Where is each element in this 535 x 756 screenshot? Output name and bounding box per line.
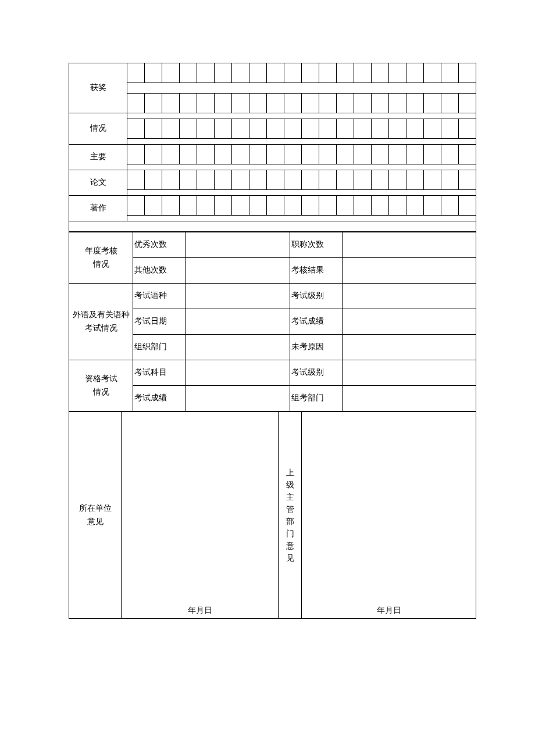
cell — [232, 145, 249, 164]
wide-row — [127, 139, 476, 145]
wide-row — [127, 190, 476, 196]
cell — [406, 170, 424, 190]
language-label: 外语及有关语种 考试情况 — [69, 284, 133, 360]
wide-row — [127, 113, 476, 119]
wide-row — [127, 216, 476, 221]
qual-score-value — [186, 386, 290, 411]
assessment-result-label: 考核结果 — [290, 258, 343, 284]
cell — [389, 119, 406, 139]
cell — [197, 94, 215, 113]
superior-opinion-label: 上 级 主 管 部 门 意 见 — [279, 412, 302, 619]
cell — [197, 170, 215, 190]
cell — [354, 145, 372, 164]
superior-date: 年月日 — [302, 598, 476, 619]
cell — [215, 170, 232, 190]
cell — [372, 196, 389, 216]
cell — [267, 63, 284, 83]
cell — [424, 63, 441, 83]
cell — [162, 119, 180, 139]
cell — [302, 94, 319, 113]
excellent-count-value — [186, 232, 290, 258]
cell — [162, 170, 180, 190]
cell — [424, 119, 441, 139]
papers-label-3: 著作 — [69, 196, 127, 221]
cell — [145, 145, 162, 164]
cell — [302, 196, 319, 216]
other-count-value — [186, 258, 290, 284]
cell — [127, 196, 145, 216]
qual-subject-value — [186, 360, 290, 386]
cell — [354, 196, 372, 216]
cell — [424, 145, 441, 164]
cell — [354, 119, 372, 139]
cell — [180, 63, 197, 83]
cell — [232, 170, 249, 190]
cell — [459, 145, 476, 164]
awards-table: 获奖 情况 主要 论文 著作 — [69, 63, 476, 232]
lang-score-label: 考试成绩 — [290, 309, 343, 335]
unit-date: 年月日 — [122, 598, 279, 619]
cell — [389, 196, 406, 216]
wide-row — [127, 164, 476, 170]
papers-label-1: 主要 — [69, 145, 127, 170]
cell — [284, 63, 302, 83]
cell — [284, 94, 302, 113]
qual-level-value — [343, 360, 476, 386]
cell — [215, 63, 232, 83]
cell — [459, 63, 476, 83]
qual-subject-label: 考试科目 — [133, 360, 186, 386]
cell — [162, 94, 180, 113]
cell — [180, 170, 197, 190]
cell — [389, 145, 406, 164]
cell — [389, 170, 406, 190]
cell — [389, 94, 406, 113]
cell — [372, 94, 389, 113]
cell — [232, 94, 249, 113]
cell — [337, 196, 354, 216]
cell — [406, 145, 424, 164]
cell — [180, 119, 197, 139]
cell — [284, 170, 302, 190]
cell — [372, 170, 389, 190]
cell — [145, 94, 162, 113]
cell — [267, 196, 284, 216]
cell — [127, 145, 145, 164]
wide-row — [127, 83, 476, 94]
cell — [372, 119, 389, 139]
cell — [249, 170, 267, 190]
cell — [162, 145, 180, 164]
cell — [127, 94, 145, 113]
cell — [337, 63, 354, 83]
excellent-count-label: 优秀次数 — [133, 232, 186, 258]
cell — [389, 63, 406, 83]
cell — [459, 119, 476, 139]
cell — [302, 145, 319, 164]
cell — [162, 63, 180, 83]
papers-label-2: 论文 — [69, 170, 127, 196]
lang-org-label: 组织部门 — [133, 335, 186, 360]
cell — [372, 145, 389, 164]
unit-opinion-label: 所在单位 意见 — [69, 412, 122, 619]
cell — [441, 145, 459, 164]
cell — [441, 170, 459, 190]
cell — [354, 170, 372, 190]
cell — [424, 94, 441, 113]
lang-level-label: 考试级别 — [290, 284, 343, 309]
cell — [284, 196, 302, 216]
cell — [302, 63, 319, 83]
other-count-label: 其他次数 — [133, 258, 186, 284]
unit-opinion-value — [122, 412, 279, 598]
cell — [267, 119, 284, 139]
cell — [267, 145, 284, 164]
cell — [249, 94, 267, 113]
cell — [406, 119, 424, 139]
cell — [127, 63, 145, 83]
cell — [127, 119, 145, 139]
cell — [197, 63, 215, 83]
lang-date-value — [186, 309, 290, 335]
cell — [319, 119, 337, 139]
cell — [215, 145, 232, 164]
title-count-value — [343, 232, 476, 258]
cell — [354, 63, 372, 83]
assessment-result-value — [343, 258, 476, 284]
